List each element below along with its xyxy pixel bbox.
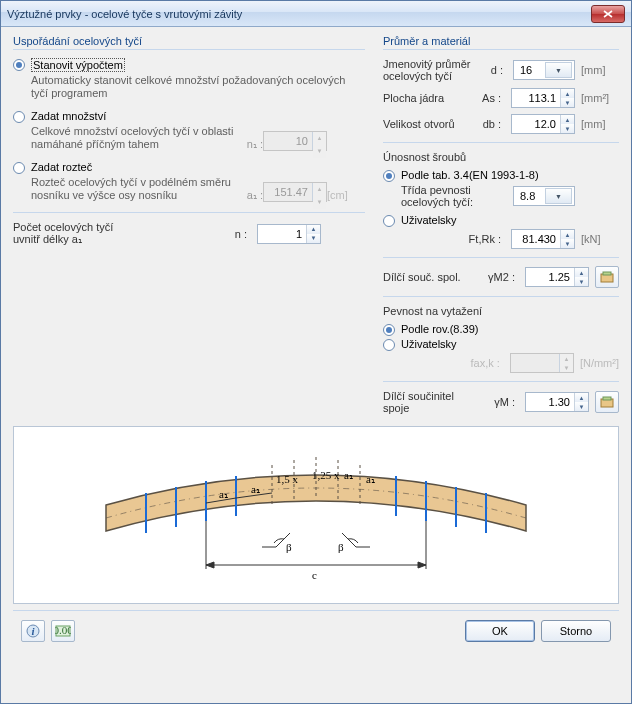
diam-unit: [mm] bbox=[581, 64, 619, 76]
titlebar[interactable]: Výztužné prvky - ocelové tyče s vrutovým… bbox=[1, 1, 631, 27]
right-group-title: Průměr a materiál bbox=[383, 35, 619, 50]
hole-unit: [mm] bbox=[581, 118, 619, 130]
area-label: Plocha jádra bbox=[383, 92, 471, 104]
radio-qty-label[interactable]: Zadat množství bbox=[31, 110, 106, 122]
diam-combo[interactable]: 16▼ bbox=[513, 60, 575, 80]
svg-text:β: β bbox=[338, 541, 344, 553]
radio-spacing[interactable] bbox=[13, 162, 25, 174]
svg-text:a₁: a₁ bbox=[251, 483, 260, 495]
svg-text:1,5 x: 1,5 x bbox=[276, 473, 299, 485]
hole-label: Velikost otvorů bbox=[383, 118, 471, 130]
svg-text:c: c bbox=[312, 569, 317, 581]
radio-pull-user-label[interactable]: Uživatelsky bbox=[401, 338, 457, 350]
hole-sym: db : bbox=[477, 118, 505, 130]
svg-rect-1 bbox=[603, 272, 611, 275]
faxk-sym: fax,k : bbox=[464, 357, 504, 369]
svg-text:β: β bbox=[286, 541, 292, 553]
qty-sym: n₁ : bbox=[247, 138, 263, 151]
radio-qty[interactable] bbox=[13, 111, 25, 123]
radio-bolt-user[interactable] bbox=[383, 215, 395, 227]
svg-text:1,25 x: 1,25 x bbox=[312, 469, 340, 481]
bolt-class-combo[interactable]: 8.8▼ bbox=[513, 186, 575, 206]
svg-text:a₁: a₁ bbox=[366, 473, 375, 485]
close-button[interactable] bbox=[591, 5, 625, 23]
radio-qty-desc: Celkové množství ocelových tyčí v oblast… bbox=[31, 125, 247, 151]
svg-text:a₁: a₁ bbox=[344, 469, 353, 481]
svg-marker-31 bbox=[418, 562, 426, 568]
psf2-label: Dílčí součinitel spoje bbox=[383, 390, 479, 414]
help-button[interactable]: i bbox=[21, 620, 45, 642]
dialog-window: Výztužné prvky - ocelové tyče s vrutovým… bbox=[0, 0, 632, 704]
left-group-title: Uspořádání ocelových tyčí bbox=[13, 35, 365, 50]
radio-spacing-label[interactable]: Zadat rozteč bbox=[31, 161, 92, 173]
count-input[interactable]: ▲▼ bbox=[257, 224, 321, 244]
radio-bolt-table[interactable] bbox=[383, 170, 395, 182]
psf2-sym: γM : bbox=[485, 396, 519, 408]
units-button[interactable]: 0.00 bbox=[51, 620, 75, 642]
spacing-input: ▲▼ bbox=[263, 182, 327, 202]
faxk-unit: [N/mm²] bbox=[580, 357, 619, 369]
psf2-lib-button[interactable] bbox=[595, 391, 619, 413]
ftrk-unit: [kN] bbox=[581, 233, 619, 245]
cancel-button[interactable]: Storno bbox=[541, 620, 611, 642]
count-sym: n : bbox=[223, 228, 251, 240]
spacing-unit: [cm] bbox=[327, 189, 365, 202]
hole-input[interactable]: ▲▼ bbox=[511, 114, 575, 134]
qty-input: ▲▼ bbox=[263, 131, 327, 151]
window-title: Výztužné prvky - ocelové tyče s vrutovým… bbox=[7, 8, 591, 20]
svg-text:a₁: a₁ bbox=[219, 488, 228, 500]
radio-calc-label[interactable]: Stanovit výpočtem bbox=[31, 58, 125, 72]
radio-spacing-desc: Rozteč ocelových tyčí v podélném směru n… bbox=[31, 176, 247, 202]
diagram: a₁ a₁ 1,5 x 1,25 x a₁ a₁ β β bbox=[13, 426, 619, 604]
pull-group-label: Pevnost na vytažení bbox=[383, 305, 619, 317]
bolt-group-label: Únosnost šroubů bbox=[383, 151, 619, 163]
psf2-input[interactable]: ▲▼ bbox=[525, 392, 589, 412]
radio-calc-desc: Automaticky stanovit celkové množství po… bbox=[31, 74, 365, 100]
area-unit: [mm²] bbox=[581, 92, 619, 104]
ftrk-input[interactable]: ▲▼ bbox=[511, 229, 575, 249]
ftrk-sym: Ft,Rk : bbox=[465, 233, 505, 245]
psf-sym: γM2 : bbox=[485, 271, 519, 283]
radio-bolt-user-label[interactable]: Uživatelsky bbox=[401, 214, 457, 226]
area-input[interactable]: ▲▼ bbox=[511, 88, 575, 108]
radio-bolt-table-label[interactable]: Podle tab. 3.4(EN 1993-1-8) bbox=[401, 169, 539, 181]
svg-rect-3 bbox=[603, 397, 611, 400]
radio-pull-eq[interactable] bbox=[383, 324, 395, 336]
psf-input[interactable]: ▲▼ bbox=[525, 267, 589, 287]
psf-lib-button[interactable] bbox=[595, 266, 619, 288]
psf-label: Dílčí souč. spol. bbox=[383, 271, 479, 283]
radio-pull-user[interactable] bbox=[383, 339, 395, 351]
diam-label: Jmenovitý průměr ocelových tyčí bbox=[383, 58, 473, 82]
spacing-sym: a₁ : bbox=[247, 189, 263, 202]
radio-calc[interactable] bbox=[13, 59, 25, 71]
faxk-input: ▲▼ bbox=[510, 353, 574, 373]
svg-marker-30 bbox=[206, 562, 214, 568]
radio-pull-eq-label[interactable]: Podle rov.(8.39) bbox=[401, 323, 478, 335]
area-sym: As : bbox=[477, 92, 505, 104]
diam-sym: d : bbox=[479, 64, 507, 76]
footer: i 0.00 OK Storno bbox=[13, 610, 619, 650]
count-label: Počet ocelových tyčí uvnitř délky a₁ bbox=[13, 221, 217, 246]
bolt-class-label: Třída pevnosti ocelových tyčí: bbox=[401, 184, 507, 208]
ok-button[interactable]: OK bbox=[465, 620, 535, 642]
svg-text:0.00: 0.00 bbox=[55, 625, 71, 636]
